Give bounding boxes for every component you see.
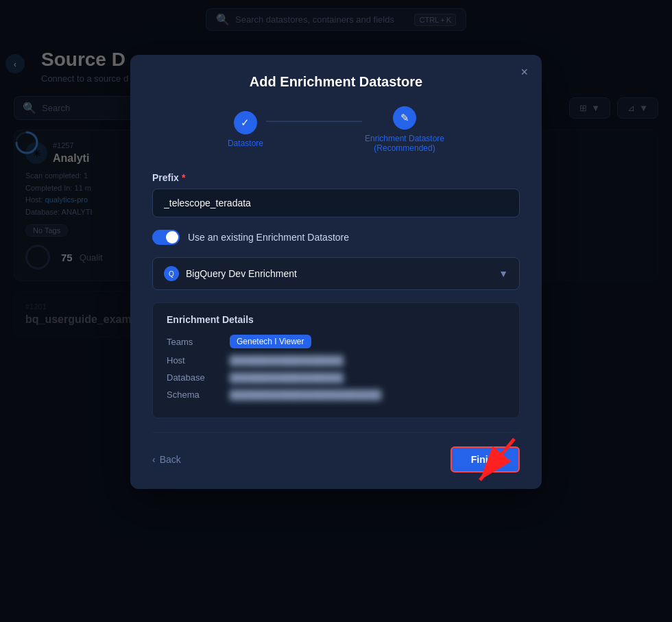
back-link[interactable]: ‹ Back bbox=[152, 454, 181, 465]
detail-key-host: Host bbox=[167, 355, 221, 366]
dropdown-arrow-icon: ▼ bbox=[499, 268, 508, 279]
modal-overlay: × Add Enrichment Datastore ✓ Datastore ✎… bbox=[0, 0, 672, 622]
detail-key-teams: Teams bbox=[167, 337, 221, 347]
finish-button[interactable]: Finish bbox=[451, 446, 520, 473]
prefix-label: Prefix * bbox=[152, 172, 520, 183]
step-enrichment: ✎ Enrichment Datastore(Recommended) bbox=[365, 106, 444, 153]
step-datastore: ✓ Datastore bbox=[228, 111, 263, 148]
step-circle-2: ✎ bbox=[393, 106, 416, 130]
detail-row-host: Host ██████████████████ bbox=[167, 355, 505, 366]
prefix-input[interactable] bbox=[152, 189, 520, 217]
modal-title: Add Enrichment Datastore bbox=[152, 74, 520, 90]
step-line bbox=[266, 121, 362, 122]
detail-row-teams: Teams Genetech I Viewer bbox=[167, 335, 505, 348]
modal-close-button[interactable]: × bbox=[520, 66, 528, 78]
dropdown-icon: Q bbox=[164, 266, 179, 281]
datastore-dropdown[interactable]: Q BigQuery Dev Enrichment ▼ bbox=[152, 257, 520, 290]
detail-value-database: ██████████████████ bbox=[230, 372, 344, 383]
detail-key-schema: Schema bbox=[167, 390, 221, 400]
teams-badge: Genetech I Viewer bbox=[230, 335, 311, 348]
detail-value-host: ██████████████████ bbox=[230, 355, 344, 366]
add-enrichment-modal: × Add Enrichment Datastore ✓ Datastore ✎… bbox=[130, 55, 542, 489]
detail-value-schema: ████████████████████████ bbox=[230, 390, 381, 400]
modal-footer: ‹ Back Finish bbox=[152, 446, 520, 473]
toggle-label: Use an existing Enrichment Datastore bbox=[188, 232, 349, 243]
step-circle-1: ✓ bbox=[234, 111, 257, 134]
detail-row-schema: Schema ████████████████████████ bbox=[167, 390, 505, 400]
back-link-label: Back bbox=[160, 454, 181, 465]
stepper: ✓ Datastore ✎ Enrichment Datastore(Recom… bbox=[152, 106, 520, 153]
toggle-knob bbox=[166, 231, 178, 243]
detail-key-database: Database bbox=[167, 372, 221, 383]
detail-row-database: Database ██████████████████ bbox=[167, 372, 505, 383]
modal-divider bbox=[152, 432, 520, 433]
back-chevron-icon: ‹ bbox=[152, 454, 156, 465]
enrichment-details-title: Enrichment Details bbox=[167, 314, 505, 325]
dropdown-value: BigQuery Dev Enrichment bbox=[186, 268, 297, 279]
toggle-row: Use an existing Enrichment Datastore bbox=[152, 230, 520, 245]
step-label-2: Enrichment Datastore(Recommended) bbox=[365, 134, 444, 153]
required-star: * bbox=[182, 172, 185, 183]
step-label-1: Datastore bbox=[228, 139, 263, 148]
enrichment-details-panel: Enrichment Details Teams Genetech I View… bbox=[152, 302, 520, 418]
use-existing-toggle[interactable] bbox=[152, 230, 180, 245]
